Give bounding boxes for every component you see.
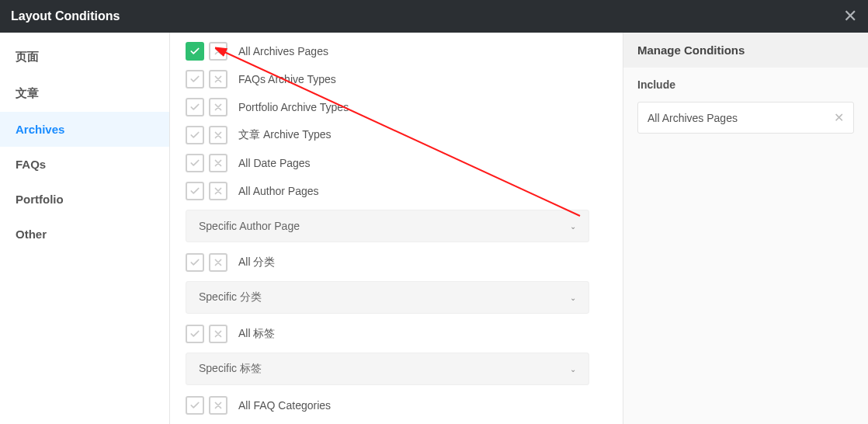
- conditions-panel: All Archives PagesFAQs Archive TypesPort…: [170, 33, 623, 424]
- exclude-toggle[interactable]: [209, 154, 227, 172]
- exclude-toggle[interactable]: [209, 396, 227, 415]
- toggle-pair: [186, 396, 227, 415]
- sidebar-item-5[interactable]: Other: [0, 217, 169, 252]
- close-icon[interactable]: ✕: [843, 8, 857, 25]
- condition-row: All Date Pages: [186, 154, 607, 172]
- include-toggle[interactable]: [186, 182, 204, 200]
- sidebar-item-2[interactable]: Archives: [0, 112, 169, 147]
- include-toggle[interactable]: [186, 325, 204, 343]
- chevron-down-icon: ⌄: [570, 365, 576, 374]
- include-toggle[interactable]: [186, 396, 204, 415]
- condition-row: All Author Pages: [186, 182, 607, 200]
- condition-label: All 分类: [238, 255, 275, 269]
- condition-label: All Archives Pages: [238, 45, 328, 57]
- sidebar-item-3[interactable]: FAQs: [0, 147, 169, 182]
- condition-label: All Author Pages: [238, 185, 319, 197]
- exclude-toggle[interactable]: [209, 325, 227, 343]
- manage-conditions-title: Manage Conditions: [623, 33, 868, 68]
- condition-row: Portfolio Archive Types: [186, 98, 607, 116]
- include-toggle[interactable]: [186, 42, 204, 61]
- condition-row: 文章 Archive Types: [186, 126, 607, 144]
- include-toggle[interactable]: [186, 70, 204, 89]
- toggle-pair: [186, 325, 227, 343]
- toggle-pair: [186, 253, 227, 272]
- include-toggle[interactable]: [186, 253, 204, 272]
- condition-label: All FAQ Categories: [238, 399, 331, 412]
- condition-row: FAQs Archive Types: [186, 70, 607, 89]
- condition-row: All 标签: [186, 325, 607, 343]
- modal-body: 页面文章ArchivesFAQsPortfolioOther All Archi…: [0, 33, 868, 424]
- select-row: Specific Author Page⌄: [186, 210, 607, 242]
- condition-label: All Date Pages: [238, 157, 311, 169]
- condition-label: FAQs Archive Types: [238, 73, 336, 85]
- include-toggle[interactable]: [186, 154, 204, 172]
- select-label: Specific Author Page: [199, 220, 300, 232]
- modal-title: Layout Conditions: [11, 9, 120, 23]
- sidebar-item-0[interactable]: 页面: [0, 39, 169, 75]
- included-condition-tag: All Archives Pages✕: [637, 102, 854, 134]
- toggle-pair: [186, 126, 227, 144]
- toggle-pair: [186, 154, 227, 172]
- modal-header: Layout Conditions ✕: [0, 0, 868, 33]
- sidebar-item-1[interactable]: 文章: [0, 75, 169, 112]
- exclude-toggle[interactable]: [209, 98, 227, 116]
- exclude-toggle[interactable]: [209, 70, 227, 89]
- select-label: Specific 标签: [199, 362, 262, 376]
- condition-label: 文章 Archive Types: [238, 128, 332, 142]
- condition-row: All FAQ Categories: [186, 396, 607, 415]
- exclude-toggle[interactable]: [209, 126, 227, 144]
- toggle-pair: [186, 182, 227, 200]
- manage-conditions-body: Include All Archives Pages✕: [623, 68, 868, 144]
- condition-label: All 标签: [238, 327, 275, 341]
- manage-conditions-panel: Manage Conditions Include All Archives P…: [623, 33, 868, 424]
- exclude-toggle[interactable]: [209, 182, 227, 200]
- sidebar: 页面文章ArchivesFAQsPortfolioOther: [0, 33, 170, 424]
- exclude-toggle[interactable]: [209, 253, 227, 272]
- exclude-toggle[interactable]: [209, 42, 227, 61]
- toggle-pair: [186, 70, 227, 89]
- chevron-down-icon: ⌄: [570, 222, 576, 231]
- select-dropdown[interactable]: Specific 标签⌄: [186, 353, 589, 385]
- tag-label: All Archives Pages: [648, 112, 738, 124]
- toggle-pair: [186, 42, 227, 61]
- select-label: Specific 分类: [199, 290, 262, 304]
- toggle-pair: [186, 98, 227, 116]
- sidebar-item-4[interactable]: Portfolio: [0, 182, 169, 217]
- select-row: Specific 分类⌄: [186, 281, 607, 314]
- chevron-down-icon: ⌄: [570, 294, 576, 302]
- include-toggle[interactable]: [186, 98, 204, 116]
- select-row: Specific 标签⌄: [186, 353, 607, 385]
- include-toggle[interactable]: [186, 126, 204, 144]
- condition-label: Portfolio Archive Types: [238, 101, 349, 113]
- select-dropdown[interactable]: Specific Author Page⌄: [186, 210, 589, 242]
- include-section-label: Include: [637, 78, 854, 91]
- select-dropdown[interactable]: Specific 分类⌄: [186, 281, 589, 314]
- condition-row: All 分类: [186, 253, 607, 272]
- condition-row: All Archives Pages: [186, 42, 607, 61]
- remove-tag-icon[interactable]: ✕: [834, 110, 844, 125]
